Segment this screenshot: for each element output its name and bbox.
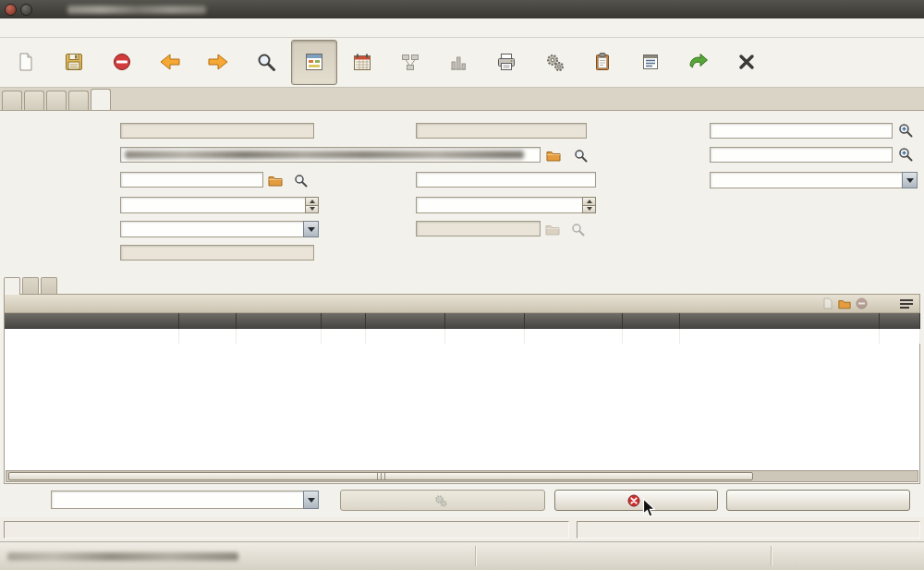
back-order-di-field[interactable]	[416, 221, 541, 236]
carrier-tracking-ref-field[interactable]	[416, 172, 596, 188]
stock-moves-table	[5, 313, 920, 344]
redacted-address-text	[125, 151, 524, 159]
form-view-icon	[304, 51, 324, 73]
column-header-unita-di-misura[interactable]	[236, 313, 321, 329]
cell-quantita	[178, 329, 236, 344]
window-close-button[interactable]	[5, 4, 17, 16]
chevron-down-icon[interactable]	[303, 491, 319, 509]
riferimento-field[interactable]	[120, 123, 314, 139]
toolbar-button-calendario[interactable]	[339, 40, 385, 85]
column-header-pacco[interactable]	[622, 313, 679, 329]
riapri-button[interactable]	[554, 490, 718, 511]
numero-pacchetti-input[interactable]	[120, 197, 305, 213]
toolbar-button-lista[interactable]	[243, 40, 289, 85]
giornale-di-magazzino-label	[582, 173, 708, 188]
toolbar-button-salva[interactable]	[51, 40, 97, 85]
search-icon	[569, 222, 586, 236]
toolbar-button-menu[interactable]	[627, 40, 674, 85]
toolbar-button-stampa[interactable]	[483, 40, 529, 85]
back-order-di-label	[296, 222, 412, 237]
new-document-icon	[16, 51, 36, 73]
toolbar-button-ricarica[interactable]	[675, 40, 722, 85]
mouse-cursor	[642, 498, 655, 519]
switch-view-icon[interactable]	[899, 298, 914, 309]
assegna-ddt-button[interactable]	[726, 490, 910, 511]
table-header-row	[5, 313, 919, 329]
graph-icon	[448, 51, 468, 73]
openerp-window	[0, 0, 924, 570]
window-minimize-button[interactable]	[20, 4, 32, 16]
stato-field[interactable]	[51, 491, 319, 509]
state-status-frame	[577, 521, 920, 539]
scrollbar-grip-icon	[377, 473, 385, 479]
folder-open-icon[interactable]	[545, 148, 562, 163]
column-header-peso[interactable]	[321, 313, 365, 329]
trasportatore-field[interactable]	[120, 172, 263, 188]
toolbar-button-azione[interactable]	[531, 40, 578, 85]
scrollbar-thumb[interactable]	[8, 472, 753, 480]
data-ordine-field[interactable]	[710, 123, 893, 139]
combo-value	[120, 221, 303, 237]
notebook-tab-note[interactable]	[41, 277, 57, 294]
column-header-quantita[interactable]	[178, 313, 236, 329]
controllo-fatturazione-field[interactable]	[120, 221, 319, 237]
column-header-data[interactable]	[879, 313, 919, 329]
footer-separator	[475, 546, 476, 566]
stock-moves-panel	[4, 294, 920, 484]
date-picker-zoom-icon[interactable]	[897, 123, 914, 138]
print-icon	[496, 51, 517, 73]
notebook-tab-prodotti[interactable]	[4, 277, 20, 295]
column-header-prodotto[interactable]	[5, 313, 178, 329]
spinner-down-icon[interactable]	[582, 206, 596, 214]
controllo-fatturazione-label	[0, 222, 116, 237]
delete-icon	[112, 51, 132, 73]
list-empty-area	[5, 344, 919, 470]
spinner-up-icon[interactable]	[582, 197, 596, 206]
chevron-down-icon[interactable]	[902, 172, 918, 188]
tab-ordini-di-consegna[interactable]	[91, 89, 111, 110]
date-picker-zoom-icon[interactable]	[897, 147, 914, 162]
toolbar-button-allegati[interactable]	[579, 40, 626, 85]
notebook-tab-informazioni-aggiuntive[interactable]	[22, 277, 39, 294]
cell-punto-di-stoccaggio	[679, 329, 879, 344]
horizontal-scrollbar[interactable]	[6, 470, 918, 482]
notebook-tabs	[4, 277, 57, 294]
ddt-field[interactable]	[120, 245, 314, 261]
toolbar-button-grafico	[435, 40, 481, 85]
toolbar-button-chiudi[interactable]	[723, 40, 770, 85]
toolbar-button-elimina[interactable]	[99, 40, 145, 85]
column-header-peso-netto[interactable]	[365, 313, 444, 329]
titlebar	[0, 0, 924, 18]
toolbar-button-successivo[interactable]	[195, 40, 241, 85]
table-row[interactable]	[5, 329, 919, 344]
toolbar-button-nuovo[interactable]	[3, 40, 49, 85]
toolbar	[0, 38, 924, 88]
toolbar-button-precedente[interactable]	[147, 40, 193, 85]
cell-pacco	[622, 329, 679, 344]
next-arrow-icon	[207, 51, 229, 73]
record-status-frame	[4, 521, 569, 539]
column-header-punto-di-stoccaggio[interactable]	[679, 313, 879, 329]
folder-open-icon[interactable]	[267, 173, 284, 188]
reload-icon	[687, 51, 710, 73]
open-record-icon[interactable]	[838, 298, 851, 309]
peso-input[interactable]	[416, 197, 582, 213]
menu-icon	[640, 51, 661, 73]
origine-field[interactable]	[416, 123, 587, 139]
cancel-circle-icon	[627, 494, 640, 507]
tab-pagamenti-clienti[interactable]	[24, 91, 44, 110]
giornale-di-magazzino-field[interactable]	[710, 172, 918, 188]
column-header-lotto-di-produzione[interactable]	[524, 313, 622, 329]
tab-modules[interactable]	[68, 91, 89, 110]
action-gears-icon	[544, 51, 565, 73]
column-header-uos-prodotto[interactable]	[444, 313, 524, 329]
attachments-clipboard-icon	[592, 51, 613, 73]
indirizzo-field[interactable]	[120, 147, 541, 163]
save-icon	[64, 51, 84, 73]
tab-menu[interactable]	[2, 91, 22, 110]
stato-label	[0, 492, 46, 508]
tab-fatture-clienti[interactable]	[46, 91, 67, 110]
carrier-tracking-ref-label	[296, 173, 412, 188]
data-prevista-field[interactable]	[710, 147, 893, 163]
toolbar-button-modulo[interactable]	[291, 40, 337, 85]
